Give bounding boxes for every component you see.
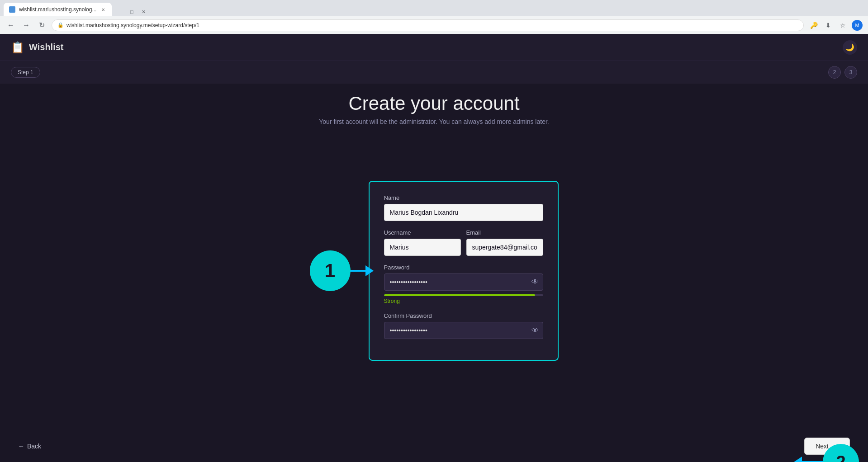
form-card: Name Username Email Password [369,181,559,361]
app-title: Wishlist [29,42,64,52]
name-input[interactable] [384,204,543,221]
step-circles: 2 3 [828,66,857,79]
username-group: Username [384,229,461,256]
moon-icon: 🌙 [845,43,854,52]
password-group: Password 👁 Strong [384,264,543,304]
back-nav-button[interactable]: ← [5,20,16,31]
restore-button[interactable]: □ [127,7,136,16]
refresh-button[interactable]: ↻ [36,20,47,31]
window-controls: ─ □ ✕ [115,7,148,16]
step-2-number-circle: 2 [823,444,859,462]
bookmark-icon[interactable]: ☆ [837,20,848,31]
security-icon: 🔒 [57,22,64,28]
step-1-indicator: 1 [310,250,373,291]
step-badge: Step 1 [11,67,40,78]
browser-actions: 🔑 ⬇ ☆ M [808,20,863,31]
download-icon[interactable]: ⬇ [823,20,834,31]
step-3-circle[interactable]: 3 [844,66,857,79]
email-group: Email [466,229,543,256]
password-label: Password [384,264,543,271]
tab-title: wishlist.mariushosting.synolog... [19,6,96,13]
username-email-row: Username Email [384,229,543,264]
password-strength-bar [384,294,543,296]
arrow-right-icon [348,262,375,280]
browser-tab[interactable]: wishlist.mariushosting.synolog... ✕ [4,3,112,16]
password-strength-label: Strong [384,298,543,304]
forward-nav-button[interactable]: → [21,20,32,31]
page-title: Create your account [299,93,570,114]
arrow-left-blue-icon [791,451,823,462]
confirm-password-wrapper: 👁 [384,322,543,339]
confirm-password-toggle-icon[interactable]: 👁 [531,326,539,335]
email-label: Email [466,229,543,236]
tab-bar: wishlist.mariushosting.synolog... ✕ ─ □ … [0,0,868,16]
back-button[interactable]: ← Back [18,443,41,450]
browser-toolbar: ← → ↻ 🔒 wishlist.mariushosting.synology.… [0,16,868,34]
step-number-circle: 1 [310,250,351,291]
app-container: 📋 Wishlist 🌙 Step 1 2 3 Create your acco… [0,34,868,462]
username-input[interactable] [384,239,461,256]
password-input[interactable] [384,273,543,291]
center-layout: 1 Name Username Email [310,181,559,361]
url-text: wishlist.mariushosting.synology.me/setup… [66,22,199,28]
email-input[interactable] [466,239,543,256]
back-arrow-icon: ← [18,443,24,450]
browser-chrome: wishlist.mariushosting.synolog... ✕ ─ □ … [0,0,868,34]
wizard-progress-bar: Step 1 2 3 [0,61,868,84]
dark-mode-toggle[interactable]: 🌙 [843,40,857,55]
confirm-password-input[interactable] [384,322,543,339]
password-toggle-icon[interactable]: 👁 [531,278,539,286]
app-header: 📋 Wishlist 🌙 [0,34,868,61]
password-strength-fill [384,294,535,296]
name-group: Name [384,194,543,221]
confirm-password-label: Confirm Password [384,312,543,319]
logo-icon: 📋 [11,41,24,54]
password-wrapper: 👁 [384,273,543,291]
bottom-nav: ← Back Next → 2 [0,430,868,462]
page-subtitle: Your first account will be the administr… [299,118,570,125]
step-2-indicator: 2 [791,444,859,462]
main-content: Create your account Your first account w… [0,84,868,430]
step-2-circle[interactable]: 2 [828,66,841,79]
close-button[interactable]: ✕ [139,7,148,16]
profile-avatar[interactable]: M [852,20,863,31]
username-label: Username [384,229,461,236]
minimize-button[interactable]: ─ [115,7,124,16]
password-manager-icon[interactable]: 🔑 [808,20,819,31]
tab-close-button[interactable]: ✕ [100,6,106,13]
app-logo: 📋 Wishlist [11,41,64,54]
address-bar[interactable]: 🔒 wishlist.mariushosting.synology.me/set… [52,19,804,31]
confirm-password-group: Confirm Password 👁 [384,312,543,339]
tab-favicon [9,6,15,13]
name-label: Name [384,194,543,201]
